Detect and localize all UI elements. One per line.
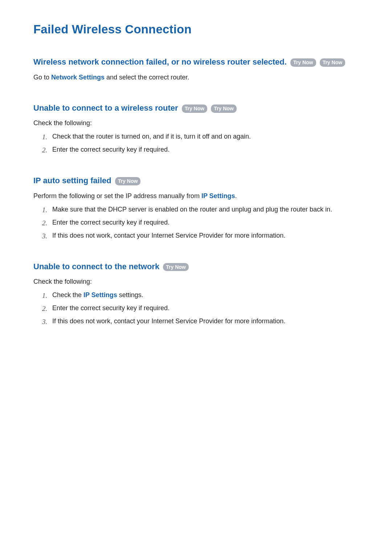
heading-text: IP auto setting failed xyxy=(33,176,111,185)
section-connection-failed: Wireless network connection failed, or n… xyxy=(33,57,359,82)
list-number: 2. xyxy=(42,303,47,314)
list-number: 1. xyxy=(42,132,47,142)
list-text: Make sure that the DHCP server is enable… xyxy=(52,206,332,213)
list-text: If this does not work, contact your Inte… xyxy=(52,317,285,325)
list-text: Enter the correct security key if requir… xyxy=(52,146,170,153)
list-item: 2. Enter the correct security key if req… xyxy=(44,303,359,313)
heading-text: Unable to connect to the network xyxy=(33,262,159,271)
section-heading: Unable to connect to the network Try Now xyxy=(33,261,359,272)
heading-text: Wireless network connection failed, or n… xyxy=(33,57,287,66)
try-now-button[interactable]: Try Now xyxy=(211,104,236,113)
section-heading: IP auto setting failed Try Now xyxy=(33,175,359,186)
list-number: 1. xyxy=(42,290,47,301)
page-title: Failed Wireless Connection xyxy=(33,22,359,36)
section-heading: Unable to connect to a wireless router T… xyxy=(33,103,359,114)
intro-text: Perform the following or set the IP addr… xyxy=(33,191,359,201)
list-item: 3. If this does not work, contact your I… xyxy=(44,316,359,327)
list-item: 1. Check the IP Settings settings. xyxy=(44,290,359,300)
list-item: 2. Enter the correct security key if req… xyxy=(44,218,359,228)
heading-text: Unable to connect to a wireless router xyxy=(33,103,178,112)
intro-text: Check the following: xyxy=(33,277,359,287)
steps-list: 1. Check the IP Settings settings. 2. En… xyxy=(33,290,359,327)
section-heading: Wireless network connection failed, or n… xyxy=(33,57,359,67)
intro-text: Check the following: xyxy=(33,118,359,128)
try-now-button[interactable]: Try Now xyxy=(163,263,188,271)
text-fragment: Go to xyxy=(33,74,51,81)
steps-list: 1. Make sure that the DHCP server is ena… xyxy=(33,205,359,241)
text-fragment: settings. xyxy=(117,291,143,299)
body-text: Go to Network Settings and select the co… xyxy=(33,73,359,82)
section-unable-connect-network: Unable to connect to the network Try Now… xyxy=(33,261,359,327)
try-now-button[interactable]: Try Now xyxy=(290,58,316,67)
list-text: Check the IP Settings settings. xyxy=(52,291,143,299)
text-fragment: . xyxy=(235,192,237,200)
network-settings-link[interactable]: Network Settings xyxy=(51,74,105,81)
list-number: 3. xyxy=(42,316,47,327)
section-ip-auto-failed: IP auto setting failed Try Now Perform t… xyxy=(33,175,359,241)
list-number: 2. xyxy=(42,145,47,155)
text-fragment: Check the xyxy=(52,291,83,299)
try-now-button[interactable]: Try Now xyxy=(320,58,345,67)
ip-settings-link[interactable]: IP Settings xyxy=(83,291,117,299)
list-text: If this does not work, contact your Inte… xyxy=(52,232,285,239)
section-unable-connect-router: Unable to connect to a wireless router T… xyxy=(33,103,359,155)
try-now-button[interactable]: Try Now xyxy=(182,104,207,113)
ip-settings-link[interactable]: IP Settings xyxy=(201,192,235,200)
text-fragment: Perform the following or set the IP addr… xyxy=(33,192,201,200)
steps-list: 1. Check that the router is turned on, a… xyxy=(33,132,359,155)
list-text: Check that the router is turned on, and … xyxy=(52,133,251,140)
list-item: 1. Make sure that the DHCP server is ena… xyxy=(44,205,359,215)
text-fragment: and select the correct router. xyxy=(105,74,189,81)
list-number: 2. xyxy=(42,218,47,228)
list-text: Enter the correct security key if requir… xyxy=(52,219,170,226)
document-page: Failed Wireless Connection Wireless netw… xyxy=(0,0,392,554)
list-item: 1. Check that the router is turned on, a… xyxy=(44,132,359,142)
list-item: 3. If this does not work, contact your I… xyxy=(44,231,359,241)
list-text: Enter the correct security key if requir… xyxy=(52,304,170,312)
try-now-button[interactable]: Try Now xyxy=(115,177,140,185)
list-item: 2. Enter the correct security key if req… xyxy=(44,145,359,155)
list-number: 1. xyxy=(42,205,47,215)
list-number: 3. xyxy=(42,231,47,241)
